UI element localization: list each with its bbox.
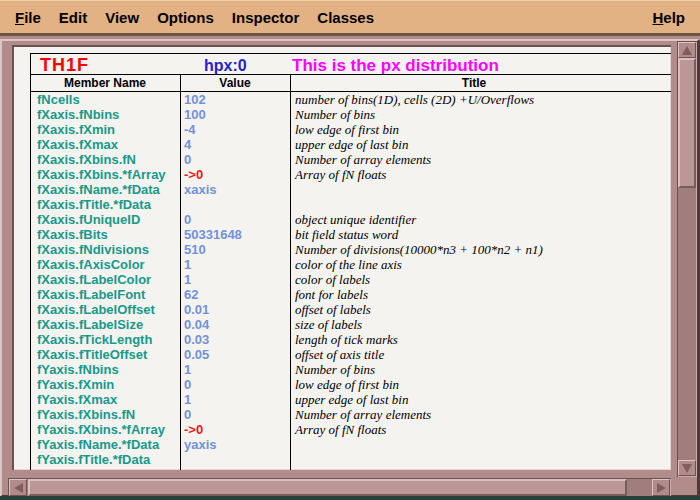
value-cell: 0 [184,212,191,227]
value-cell: 0 [184,467,191,470]
table-row[interactable]: fYaxis.fXbins.fN 0 Number of array eleme… [30,407,671,422]
menu-item-options[interactable]: Options [157,9,214,26]
table-row[interactable]: fXaxis.fTitleOffset 0.05 offset of axis … [30,347,671,362]
title-cell: Number of array elements [295,407,431,422]
member-name-cell: fYaxis.fXmax [37,392,117,407]
scroll-down-button[interactable] [678,460,696,476]
table-row[interactable]: fYaxis.fUniqueID 0 object unique identif… [30,467,671,470]
member-name-cell: fXaxis.fXbins.fN [37,152,136,167]
menu-bar: File Edit View Options Inspector Classes… [0,0,700,36]
scroll-up-button[interactable] [678,42,696,58]
inspector-window: File Edit View Options Inspector Classes… [0,0,700,500]
value-cell: 50331648 [184,227,242,242]
column-header-title: Title [290,77,658,90]
title-cell: Number of bins [295,362,375,377]
table-row[interactable]: fYaxis.fName.*fData yaxis [30,437,671,452]
member-name-cell: fXaxis.fLabelFont [37,287,145,302]
table-row[interactable]: fXaxis.fXmin -4 low edge of first bin [30,122,671,137]
object-name: hpx:0 [204,57,247,75]
table-row[interactable]: fXaxis.fTitle.*fData [30,197,671,212]
title-cell: offset of labels [295,302,371,317]
table-top-border [30,53,671,54]
horizontal-scrollbar-thumb[interactable] [28,479,627,496]
table-row[interactable]: fXaxis.fLabelSize 0.04 size of labels [30,317,671,332]
title-cell: size of labels [295,317,362,332]
menu-item-edit[interactable]: Edit [59,9,87,26]
member-name-cell: fXaxis.fUniqueID [37,212,140,227]
member-name-cell: fXaxis.fXbins.*fArray [37,167,166,182]
menu-item-file[interactable]: File [15,9,41,26]
member-list-panel: TH1F hpx:0 This is the px distribution M… [12,45,671,470]
arrow-right-icon [657,483,666,493]
value-cell: 1 [184,257,191,272]
value-cell: 0.03 [184,332,209,347]
table-row[interactable]: fYaxis.fTitle.*fData [30,452,671,467]
value-cell: 0.01 [184,302,209,317]
title-cell: color of the line axis [295,257,402,272]
scroll-right-button[interactable] [652,479,670,496]
value-cell: 102 [184,92,206,107]
horizontal-scrollbar[interactable] [8,478,671,497]
title-cell: Number of bins [295,107,375,122]
member-name-cell: fXaxis.fBits [37,227,108,242]
title-cell: number of bins(1D), cells (2D) +U/Overfl… [295,92,534,107]
title-cell: Number of array elements [295,152,431,167]
value-cell: 1 [184,362,191,377]
value-cell: ->0 [184,167,203,182]
vertical-scrollbar-thumb[interactable] [678,58,696,188]
member-name-cell: fYaxis.fNbins [37,362,119,377]
table-row[interactable]: fXaxis.fNdivisions 510 Number of divisio… [30,242,671,257]
arrow-up-icon [682,46,692,55]
title-cell: color of labels [295,272,370,287]
member-name-cell: fXaxis.fXmax [37,137,118,152]
table-row[interactable]: fXaxis.fTickLength 0.03 length of tick m… [30,332,671,347]
value-cell: yaxis [184,437,217,452]
table-row[interactable]: fYaxis.fXmin 0 low edge of first bin [30,377,671,392]
member-name-cell: fXaxis.fNbins [37,107,119,122]
menu-item-inspector[interactable]: Inspector [232,9,300,26]
table-row[interactable]: fXaxis.fBits 50331648 bit field status w… [30,227,671,242]
table-row[interactable]: fNcells 102 number of bins(1D), cells (2… [30,92,671,107]
title-cell: offset of axis title [295,347,384,362]
member-name-cell: fXaxis.fNdivisions [37,242,149,257]
menu-item-help[interactable]: Help [652,9,685,26]
value-cell: 0 [184,377,191,392]
title-cell: length of tick marks [295,332,398,347]
member-name-cell: fYaxis.fXmin [37,377,114,392]
table-row[interactable]: fXaxis.fXbins.*fArray ->0 Array of fN fl… [30,167,671,182]
table-row[interactable]: fYaxis.fNbins 1 Number of bins [30,362,671,377]
vertical-scrollbar[interactable] [677,41,697,477]
member-name-cell: fXaxis.fAxisColor [37,257,145,272]
table-row[interactable]: fXaxis.fXmax 4 upper edge of last bin [30,137,671,152]
table-row[interactable]: fYaxis.fXbins.*fArray ->0 Array of fN fl… [30,422,671,437]
table-row[interactable]: fXaxis.fXbins.fN 0 Number of array eleme… [30,152,671,167]
title-cell: Number of divisions(10000*n3 + 100*n2 + … [295,242,543,257]
table-row[interactable]: fXaxis.fAxisColor 1 color of the line ax… [30,257,671,272]
value-cell: 0.04 [184,317,209,332]
value-cell: -4 [184,122,196,137]
table-row[interactable]: fXaxis.fLabelFont 62 font for labels [30,287,671,302]
menu-item-classes[interactable]: Classes [317,9,374,26]
table-row[interactable]: fXaxis.fLabelOffset 0.01 offset of label… [30,302,671,317]
object-class-name: TH1F [40,55,89,76]
value-cell: 1 [184,272,191,287]
table-row[interactable]: fXaxis.fName.*fData xaxis [30,182,671,197]
title-cell: Array of fN floats [295,422,386,437]
value-cell: 0.05 [184,347,209,362]
title-cell: Array of fN floats [295,167,386,182]
title-cell: upper edge of last bin [295,137,408,152]
table-row[interactable]: fYaxis.fXmax 1 upper edge of last bin [30,392,671,407]
table-row[interactable]: fXaxis.fNbins 100 Number of bins [30,107,671,122]
member-name-cell: fXaxis.fTickLength [37,332,152,347]
member-name-cell: fYaxis.fName.*fData [37,437,159,452]
table-row[interactable]: fXaxis.fLabelColor 1 color of labels [30,272,671,287]
member-name-cell: fYaxis.fTitle.*fData [37,452,150,467]
menu-item-view[interactable]: View [105,9,139,26]
scroll-left-button[interactable] [9,479,27,496]
member-name-cell: fXaxis.fLabelSize [37,317,143,332]
table-row[interactable]: fXaxis.fUniqueID 0 object unique identif… [30,212,671,227]
title-cell: low edge of first bin [295,377,399,392]
value-cell: 4 [184,137,191,152]
member-name-cell: fXaxis.fLabelColor [37,272,151,287]
member-name-cell: fXaxis.fTitleOffset [37,347,147,362]
